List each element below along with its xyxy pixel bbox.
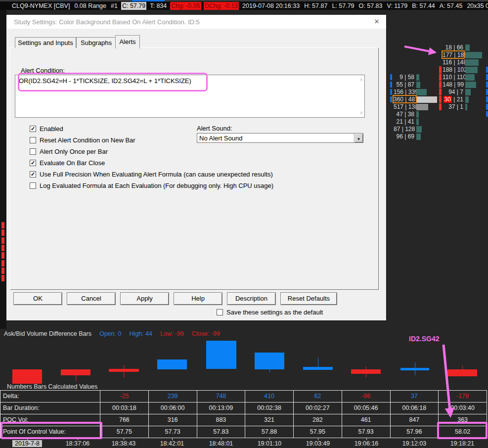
bid-volume: 9 — [399, 74, 403, 81]
volume-bar — [465, 59, 479, 66]
bid-volume: 116 — [443, 59, 452, 66]
status-segment: A: 57.45 — [439, 2, 464, 10]
time-label: 19:18:21 — [450, 440, 475, 447]
bid-volume: 110 — [443, 74, 452, 81]
far-right-strip — [486, 104, 488, 110]
cancel-button[interactable]: Cancel — [67, 292, 116, 305]
status-segment: DChg: -0.13 — [204, 2, 239, 10]
ladder-row: 156 | 339 — [394, 89, 414, 96]
table-cell: 00:03:40 — [439, 403, 487, 414]
ok-button[interactable]: OK — [13, 292, 62, 305]
bid-volume: 30 — [444, 96, 452, 103]
table-cell: 57.95 — [294, 426, 342, 438]
bid-pressure-strip — [390, 89, 392, 95]
chevron-down-icon[interactable]: ▼ — [354, 134, 363, 142]
candle — [109, 369, 139, 372]
chart-title: Ask/Bid Volume Difference Bars — [4, 330, 91, 337]
description-button[interactable]: Description — [227, 292, 276, 305]
chart-stat-close: Close: -99 — [192, 330, 220, 337]
bid-volume: 517 — [394, 103, 403, 110]
tab-settings-and-inputs[interactable]: Settings and Inputs — [15, 37, 76, 48]
apply-button[interactable]: Apply — [120, 292, 169, 305]
dialog-title-bar: Study Settings: Color Background Based O… — [6, 15, 386, 29]
table-cell: 57.75 — [100, 426, 149, 438]
ask-volume: | 38 — [403, 111, 414, 118]
candle — [61, 369, 90, 375]
table-cell: 00:05:46 — [342, 403, 391, 414]
bid-pressure-strip — [390, 96, 392, 102]
status-segment: T: 834 — [149, 2, 168, 10]
bid-volume: 94 — [448, 89, 455, 95]
volume-bar — [416, 104, 428, 110]
volume-bar — [416, 74, 419, 81]
far-right-strip — [486, 111, 488, 117]
left-heat-block — [1, 222, 4, 228]
volume-bar — [465, 67, 478, 73]
table-cell: 37 — [391, 391, 439, 403]
table-cell: -178 — [439, 391, 487, 403]
table-row-label: POC Vol: — [0, 414, 100, 426]
checkbox-alert-only-once-per-bar[interactable]: Alert Only Once per Bar — [30, 148, 108, 155]
time-label: 19:01:10 — [258, 440, 282, 447]
tab-subgraphs[interactable]: Subgraphs — [76, 37, 116, 48]
checkbox-use-full-precision-when-evaluating-alert-formula-can-cause-unexpected-results[interactable]: ✓Use Full Precision When Evaluating Aler… — [30, 171, 273, 178]
status-segment: C: 57.79 — [121, 2, 146, 10]
bid-volume: 188 — [443, 66, 452, 73]
chart-stat-open: Open: 0 — [99, 330, 121, 337]
top-status-bar: CLQ9-NYMEX [CBV]0.08 Range#1C: 57.79T: 8… — [0, 1, 488, 10]
alert-sound-select[interactable]: No Alert Sound ▼ — [197, 133, 363, 143]
ladder-row: 47 | 38 — [394, 111, 414, 118]
left-heat-block — [1, 229, 4, 236]
table-cell: 58.02 — [439, 426, 487, 438]
candle — [12, 369, 42, 384]
alert-condition-value: OR(ID2.SG42=H - 1*TICKSIZE, ID2.SG42=L +… — [19, 77, 191, 85]
table-cell: 461 — [342, 414, 391, 426]
checkbox-log-evaluated-formula-at-each-evaluation-for-debugging-only-high-cpu-usage[interactable]: Log Evaluated Formula at Each Evaluation… — [30, 182, 273, 189]
help-button[interactable]: Help — [174, 292, 222, 305]
table-cell: 847 — [391, 414, 439, 426]
volume-bar — [416, 89, 427, 95]
time-label: 19:06:16 — [355, 440, 379, 447]
table-cell: 321 — [245, 414, 294, 426]
left-heat-block — [1, 252, 4, 259]
table-cell: 883 — [197, 414, 246, 426]
table-cell: 57.93 — [342, 426, 391, 438]
ladder-row: 37 | 1 — [443, 103, 463, 111]
checkbox-label: Enabled — [40, 125, 63, 133]
bid-pressure-strip — [390, 82, 392, 88]
table-cell: 57.73 — [149, 426, 197, 438]
candle — [400, 368, 429, 370]
checkbox-unchecked-icon — [30, 182, 36, 189]
ladder-row: 21 | 41 — [394, 118, 414, 126]
checkbox-save-default[interactable]: Save these settings as the default — [217, 309, 323, 316]
tab-alerts[interactable]: Alerts — [115, 35, 140, 48]
checkbox-checked-icon: ✓ — [30, 126, 36, 132]
close-icon[interactable]: ✕ — [373, 18, 381, 26]
ask-volume: | 7 — [455, 89, 463, 95]
reset-defaults-button[interactable]: Reset Defaults — [280, 292, 337, 305]
candle — [351, 369, 381, 374]
table-cell: 282 — [294, 414, 342, 426]
bid-volume: 87 — [394, 126, 400, 133]
candle — [157, 359, 187, 369]
scroll-down-icon[interactable]: ˅ — [360, 110, 363, 115]
chart-header: Ask/Bid Volume Difference Bars Open: 0Hi… — [4, 330, 220, 337]
ask-volume: | 148 — [452, 59, 467, 66]
status-segment: H: 57.87 — [303, 2, 328, 10]
checkbox-evaluate-on-bar-close[interactable]: ✓Evaluate On Bar Close — [30, 159, 105, 167]
volume-bar — [416, 126, 422, 133]
status-segment: 20x35 0 — [466, 2, 488, 10]
ask-volume: | 87 — [403, 81, 414, 88]
ask-pressure-strip — [439, 66, 442, 73]
ladder-row: 9 | 58 — [394, 74, 414, 81]
candle-wick — [462, 366, 463, 369]
bid-volume: 96 — [397, 133, 403, 140]
study-settings-dialog: Study Settings: Color Background Based O… — [6, 15, 386, 320]
table-row-label: Point Of Control Value: — [0, 426, 100, 438]
scroll-up-icon[interactable]: ˄ — [360, 77, 363, 82]
left-heat-block — [1, 268, 4, 274]
alert-condition-input[interactable]: OR(ID2.SG42=H - 1*TICKSIZE, ID2.SG42=L +… — [15, 75, 365, 118]
checkbox-reset-alert-condition-on-new-bar[interactable]: Reset Alert Condition on New Bar — [30, 136, 135, 144]
checkbox-enabled[interactable]: ✓Enabled — [30, 125, 63, 133]
ladder-row: 148 | 99 — [443, 81, 463, 89]
